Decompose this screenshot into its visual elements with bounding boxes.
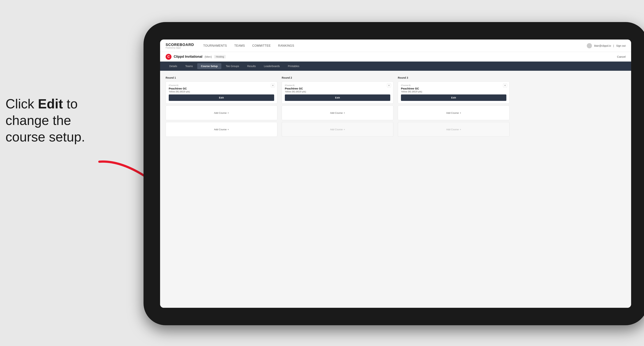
tab-leaderboards[interactable]: Leaderboards xyxy=(260,63,283,69)
round-1-add-course-2-label: Add Course+ xyxy=(214,128,229,131)
round-1-title: Round 1 xyxy=(166,76,277,79)
nav-rankings[interactable]: RANKINGS xyxy=(278,44,294,47)
round-2-course-details: Yellow (M) (6629 yds) xyxy=(285,90,390,93)
tablet-shell: SCOREBOARD Powered by clippd TOURNAMENTS… xyxy=(144,22,644,325)
round-3-title: Round 3 xyxy=(398,76,510,79)
sign-out-link[interactable]: Sign out xyxy=(616,44,626,47)
round-3-add-course-1[interactable]: Add Course+ xyxy=(398,105,510,120)
instruction-before: Click xyxy=(6,96,38,111)
round-1-course-details: Yellow (M) (6629 yds) xyxy=(169,90,274,93)
nav-tournaments[interactable]: TOURNAMENTS xyxy=(203,44,227,47)
tab-results[interactable]: Results xyxy=(244,63,260,69)
tablet-screen: SCOREBOARD Powered by clippd TOURNAMENTS… xyxy=(160,39,631,308)
nav-committee[interactable]: COMMITTEE xyxy=(252,44,271,47)
round-2-course-label: (Course A) xyxy=(285,84,390,86)
top-nav: SCOREBOARD Powered by clippd TOURNAMENTS… xyxy=(160,39,631,52)
tab-tee-groups[interactable]: Tee Groups xyxy=(222,63,243,69)
round-2-add-course-2: Add Course+ xyxy=(282,122,394,137)
tournament-name: Clippd Invitational xyxy=(174,55,202,59)
scoreboard-logo: SCOREBOARD Powered by clippd xyxy=(166,43,194,49)
round-1-delete-icon[interactable]: ✕ xyxy=(271,83,275,87)
tournament-gender: (Men) xyxy=(204,55,212,58)
round-2-title: Round 2 xyxy=(282,76,394,79)
main-content: Round 1 ✕ (Course A) Peachtree GC Yellow… xyxy=(160,71,631,308)
empty-column xyxy=(514,76,626,139)
round-1-column: Round 1 ✕ (Course A) Peachtree GC Yellow… xyxy=(166,76,277,139)
round-2-edit-button[interactable]: Edit xyxy=(285,94,390,101)
round-2-delete-icon[interactable]: ✕ xyxy=(387,83,391,87)
round-3-add-course-1-label: Add Course+ xyxy=(446,112,461,114)
round-3-add-course-2-label: Add Course+ xyxy=(446,128,461,131)
round-3-course-card: ✕ (Course A) Peachtree GC Yellow (M) (66… xyxy=(398,81,510,104)
round-2-add-course-1-label: Add Course+ xyxy=(330,112,345,114)
round-2-course-card: ✕ (Course A) Peachtree GC Yellow (M) (66… xyxy=(282,81,394,104)
tab-course-setup[interactable]: Course Setup xyxy=(197,63,221,69)
tab-printables[interactable]: Printables xyxy=(284,63,303,69)
top-nav-right: blair@clippd.io | Sign out xyxy=(587,43,626,48)
instruction-bold: Edit xyxy=(38,96,63,111)
round-3-edit-button[interactable]: Edit xyxy=(401,94,506,101)
round-1-add-course-2[interactable]: Add Course+ xyxy=(166,122,277,137)
round-3-delete-icon[interactable]: ✕ xyxy=(503,83,507,87)
round-3-course-details: Yellow (M) (6629 yds) xyxy=(401,90,506,93)
round-3-column: Round 3 ✕ (Course A) Peachtree GC Yellow… xyxy=(398,76,510,139)
user-avatar xyxy=(587,43,592,48)
round-3-course-label: (Course A) xyxy=(401,84,506,86)
tournament-title-area: C Clippd Invitational (Men) Hosting xyxy=(166,54,226,60)
cancel-button[interactable]: Cancel xyxy=(617,55,626,58)
tournament-badge: Hosting xyxy=(214,55,226,58)
instruction-text: Click Edit tochange thecourse setup. xyxy=(6,96,112,145)
round-1-course-label: (Course A) xyxy=(169,84,274,86)
tab-details[interactable]: Details xyxy=(166,63,181,69)
tournament-bar: C Clippd Invitational (Men) Hosting Canc… xyxy=(160,52,631,62)
round-2-add-course-1[interactable]: Add Course+ xyxy=(282,105,394,120)
top-nav-links: TOURNAMENTS TEAMS COMMITTEE RANKINGS xyxy=(203,44,586,47)
round-2-add-course-2-label: Add Course+ xyxy=(330,128,345,131)
tabs-bar: Details Teams Course Setup Tee Groups Re… xyxy=(160,62,631,71)
round-3-add-course-2: Add Course+ xyxy=(398,122,510,137)
nav-teams[interactable]: TEAMS xyxy=(234,44,245,47)
rounds-container: Round 1 ✕ (Course A) Peachtree GC Yellow… xyxy=(166,76,626,139)
user-email: blair@clippd.io xyxy=(594,44,611,47)
round-1-add-course-1[interactable]: Add Course+ xyxy=(166,105,277,120)
round-2-column: Round 2 ✕ (Course A) Peachtree GC Yellow… xyxy=(282,76,394,139)
round-2-course-name: Peachtree GC xyxy=(285,87,390,90)
round-1-edit-button[interactable]: Edit xyxy=(169,94,274,101)
round-3-course-name: Peachtree GC xyxy=(401,87,506,90)
logo-sub: Powered by clippd xyxy=(166,47,194,49)
logo-title: SCOREBOARD xyxy=(166,43,194,47)
clippd-logo: C xyxy=(166,54,172,60)
round-1-course-card: ✕ (Course A) Peachtree GC Yellow (M) (66… xyxy=(166,81,277,104)
round-1-course-name: Peachtree GC xyxy=(169,87,274,90)
tab-teams[interactable]: Teams xyxy=(182,63,196,69)
nav-separator: | xyxy=(613,44,614,47)
round-1-add-course-1-label: Add Course+ xyxy=(214,112,229,114)
